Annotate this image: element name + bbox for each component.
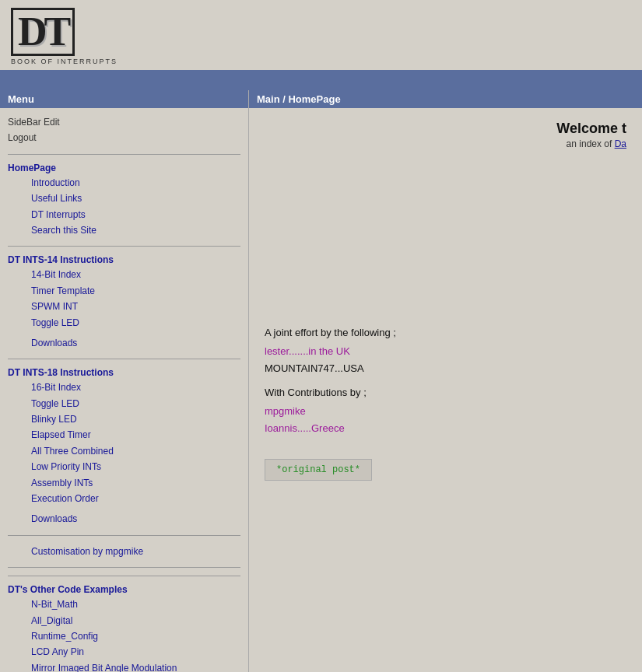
sidebar-item-low-priority-ints[interactable]: Low Priority INTs — [8, 459, 240, 474]
customisation-link[interactable]: Customisation by mpgmike — [8, 544, 240, 559]
sidebar-item-useful-links[interactable]: Useful Links — [8, 191, 240, 206]
sidebar-item-dt-interrupts[interactable]: DT Interrupts — [8, 207, 240, 222]
contributor-mountain: MOUNTAIN747...USA — [265, 360, 626, 377]
divider-5 — [8, 567, 240, 568]
welcome-subtitle: an index of Da — [265, 138, 626, 149]
sidebar-item-toggle-led-18[interactable]: Toggle LED — [8, 396, 240, 411]
divider-1 — [8, 154, 240, 155]
section-title-ints18[interactable]: DT INTS-18 Instructions — [8, 367, 240, 378]
contributor-lester[interactable]: lester.......in the UK — [265, 343, 626, 360]
sidebar-item-all-digital[interactable]: All_Digital — [8, 613, 240, 628]
sidebar-content: SideBar Edit Logout HomePage Introductio… — [0, 108, 248, 672]
welcome-title: Welcome t — [265, 121, 626, 137]
sidebar-item-lcd-any-pin[interactable]: LCD Any Pin — [8, 644, 240, 660]
joint-effort-text: A joint effort by the following ; — [265, 327, 626, 338]
sidebar-section-ints14: DT INTS-14 Instructions 14-Bit Index Tim… — [8, 254, 240, 351]
sidebar-item-mirror-imaged-bit[interactable]: Mirror Imaged Bit Angle Modulation — [8, 660, 240, 672]
sidebar-item-execution-order[interactable]: Execution Order — [8, 491, 240, 506]
logo-box: DT BOOK OF INTERRUPTS — [11, 8, 118, 65]
contributor-ioannis[interactable]: Ioannis.....Greece — [265, 420, 626, 437]
sidebar-item-spwm-int[interactable]: SPWM INT — [8, 299, 240, 314]
sidebar-item-timer-template[interactable]: Timer Template — [8, 283, 240, 299]
contributions-title: With Contributions by ; — [265, 387, 626, 398]
sidebar-item-downloads-18[interactable]: Downloads — [8, 511, 240, 527]
content-image-area — [265, 162, 626, 317]
sidebar-section-homepage: HomePage Introduction Useful Links DT In… — [8, 163, 240, 239]
sidebar-item-elapsed-timer[interactable]: Elapsed Timer — [8, 427, 240, 443]
sidebar-item-search[interactable]: Search this Site — [8, 222, 240, 238]
sidebar-section-ints18: DT INTS-18 Instructions 16-Bit Index Tog… — [8, 367, 240, 527]
sidebar: Menu SideBar Edit Logout HomePage Introd… — [0, 90, 249, 672]
content-body: Welcome t an index of Da A joint effort … — [249, 108, 642, 493]
section-title-homepage[interactable]: HomePage — [8, 163, 240, 173]
divider-4 — [8, 535, 240, 536]
sidebar-item-introduction[interactable]: Introduction — [8, 175, 240, 191]
content-panel: Main / HomePage Welcome t an index of Da… — [249, 90, 642, 672]
divider-6 — [8, 576, 240, 576]
nav-bar — [0, 70, 642, 90]
divider-2 — [8, 246, 240, 247]
logo-letters: DT — [11, 8, 75, 56]
sidebar-item-all-three-combined[interactable]: All Three Combined — [8, 443, 240, 459]
sidebar-section-other: DT's Other Code Examples N-Bit_Math All_… — [8, 584, 240, 672]
main-layout: Menu SideBar Edit Logout HomePage Introd… — [0, 90, 642, 672]
logout-link[interactable]: Logout — [8, 130, 240, 145]
section-title-ints14[interactable]: DT INTS-14 Instructions — [8, 254, 240, 265]
sidebar-edit-link[interactable]: SideBar Edit — [8, 114, 240, 130]
sidebar-item-assembly-ints[interactable]: Assembly INTs — [8, 475, 240, 491]
divider-3 — [8, 359, 240, 359]
section-title-other[interactable]: DT's Other Code Examples — [8, 584, 240, 595]
sidebar-item-16bit-index[interactable]: 16-Bit Index — [8, 380, 240, 395]
sidebar-item-downloads-14[interactable]: Downloads — [8, 335, 240, 351]
sidebar-item-runtime-config[interactable]: Runtime_Config — [8, 628, 240, 644]
original-post-box: *original post* — [265, 459, 372, 481]
sidebar-item-14bit-index[interactable]: 14-Bit Index — [8, 267, 240, 282]
contributions-section: With Contributions by ; mpgmike Ioannis.… — [265, 387, 626, 437]
contributor-mpgmike[interactable]: mpgmike — [265, 403, 626, 420]
sidebar-item-nbit-math[interactable]: N-Bit_Math — [8, 597, 240, 612]
sidebar-item-blinky-led[interactable]: Blinky LED — [8, 411, 240, 427]
sidebar-header: Menu — [0, 90, 248, 108]
header: DT BOOK OF INTERRUPTS — [0, 0, 642, 70]
da-link[interactable]: Da — [615, 138, 626, 149]
logo-subtitle: BOOK OF INTERRUPTS — [11, 58, 118, 65]
content-header: Main / HomePage — [249, 90, 642, 108]
sidebar-item-toggle-led-14[interactable]: Toggle LED — [8, 315, 240, 331]
